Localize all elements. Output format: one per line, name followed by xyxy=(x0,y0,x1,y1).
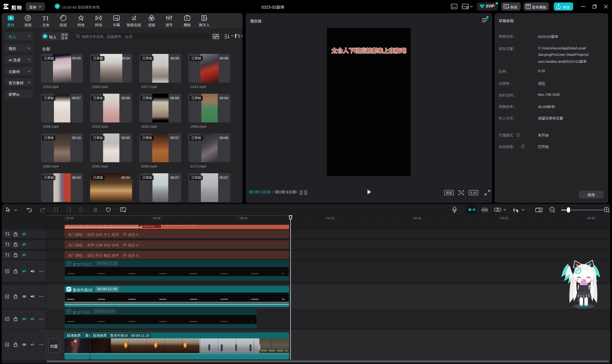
svg-text:?: ? xyxy=(518,134,519,136)
svg-text:原画: 原画 xyxy=(446,190,452,195)
svg-text:9:16: 9:16 xyxy=(470,191,477,195)
svg-text:?: ? xyxy=(522,145,523,148)
